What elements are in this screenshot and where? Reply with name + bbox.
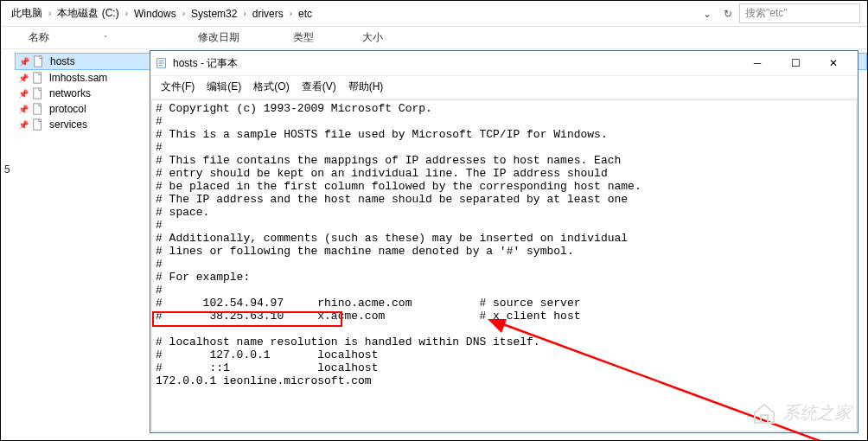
window-controls: ─ ☐ ✕ (738, 54, 852, 72)
file-icon (32, 103, 44, 115)
menu-file[interactable]: 文件(F) (156, 78, 200, 96)
crumb-pc[interactable]: 此电脑 (8, 4, 46, 22)
chevron-right-icon: › (125, 9, 128, 18)
notepad-window: hosts - 记事本 ─ ☐ ✕ 文件(F) 编辑(E) 格式(O) 查看(V… (150, 50, 858, 433)
chevron-right-icon: › (48, 9, 51, 18)
file-name: networks (49, 87, 91, 99)
pin-icon: 📌 (18, 74, 27, 83)
column-headers: 名称 ˄ 修改日期 类型 大小 (1, 27, 867, 49)
chevron-right-icon: › (243, 9, 246, 18)
notepad-menubar: 文件(F) 编辑(E) 格式(O) 查看(V) 帮助(H) (150, 76, 858, 99)
address-bar: 此电脑 › 本地磁盘 (C:) › Windows › System32 › d… (1, 1, 867, 27)
notepad-title: hosts - 记事本 (173, 56, 738, 71)
file-name: protocol (49, 103, 86, 115)
notepad-titlebar[interactable]: hosts - 记事本 ─ ☐ ✕ (150, 51, 858, 76)
svg-rect-4 (34, 119, 41, 130)
crumb-disk[interactable]: 本地磁盘 (C:) (54, 4, 122, 22)
breadcrumb[interactable]: 此电脑 › 本地磁盘 (C:) › Windows › System32 › d… (8, 4, 696, 22)
sort-arrow-icon: ˄ (104, 35, 107, 42)
menu-view[interactable]: 查看(V) (297, 78, 341, 96)
chevron-down-icon[interactable]: ⌄ (699, 6, 715, 22)
crumb-drivers[interactable]: drivers (249, 6, 287, 22)
svg-rect-3 (34, 104, 41, 114)
chevron-right-icon: › (182, 9, 185, 18)
column-name-label: 名称 (29, 31, 49, 43)
file-name: lmhosts.sam (49, 72, 107, 84)
crumb-system32[interactable]: System32 (188, 6, 240, 22)
file-name: hosts (50, 55, 75, 67)
file-icon (33, 55, 45, 67)
file-icon (32, 118, 44, 131)
item-count: 5 (4, 163, 10, 176)
pin-icon: 📌 (19, 57, 28, 67)
menu-format[interactable]: 格式(O) (248, 78, 294, 96)
close-button[interactable]: ✕ (814, 54, 852, 72)
refresh-icon[interactable]: ↻ (720, 6, 736, 22)
column-date[interactable]: 修改日期 (198, 30, 293, 45)
pin-icon: 📌 (18, 105, 27, 114)
menu-edit[interactable]: 编辑(E) (201, 78, 246, 96)
chevron-right-icon: › (290, 9, 292, 18)
svg-rect-2 (34, 88, 41, 99)
column-name[interactable]: 名称 ˄ (25, 30, 198, 45)
column-type[interactable]: 类型 (293, 30, 362, 45)
pin-icon: 📌 (18, 120, 27, 130)
svg-rect-1 (34, 73, 41, 83)
crumb-etc[interactable]: etc (295, 6, 316, 22)
minimize-button[interactable]: ─ (738, 54, 776, 72)
column-size[interactable]: 大小 (362, 30, 414, 45)
search-placeholder: 搜索"etc" (745, 6, 788, 21)
file-icon (32, 72, 44, 84)
pin-icon: 📌 (18, 89, 27, 99)
crumb-windows[interactable]: Windows (131, 6, 180, 22)
file-name: services (49, 118, 87, 131)
svg-rect-0 (35, 56, 42, 67)
notepad-icon (156, 57, 168, 69)
maximize-button[interactable]: ☐ (776, 54, 814, 72)
file-icon (32, 87, 44, 99)
search-input[interactable]: 搜索"etc" (739, 3, 860, 23)
menu-help[interactable]: 帮助(H) (343, 78, 389, 96)
notepad-textarea[interactable]: # Copyright (c) 1993-2009 Microsoft Corp… (151, 99, 857, 431)
